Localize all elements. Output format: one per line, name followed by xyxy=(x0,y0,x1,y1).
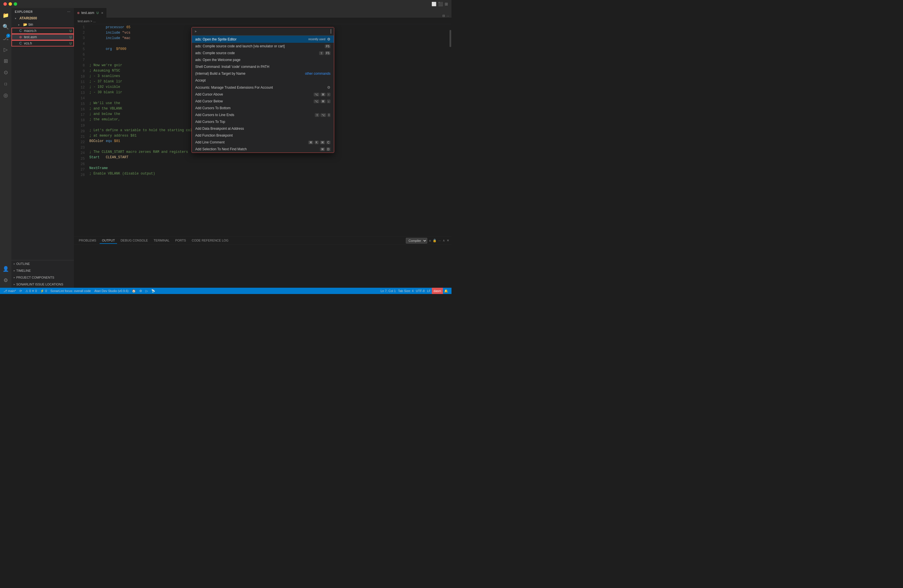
status-run[interactable]: ▷ xyxy=(145,288,149,294)
status-position[interactable]: Ln 7, Col 1 xyxy=(379,288,397,294)
code-line-26 xyxy=(89,160,447,166)
tab-terminal[interactable]: TERMINAL xyxy=(151,238,172,244)
cmd-label-compile-launch: ads: Compile source code and launch [via… xyxy=(195,44,323,48)
tab-problems[interactable]: PROBLEMS xyxy=(77,238,99,244)
status-device[interactable]: 📡 xyxy=(150,288,156,294)
compiler-dropdown[interactable]: Compiler xyxy=(406,238,427,243)
cmd-item-cursors-line-ends[interactable]: Add Cursors to Line Ends ⇧ ⌥ I xyxy=(192,111,334,118)
maximize-button[interactable] xyxy=(14,2,17,6)
activity-run[interactable]: ▷ xyxy=(1,44,11,55)
status-tab-size[interactable]: Tab Size: 4 xyxy=(397,288,415,294)
tab-label-testasm: test.asm xyxy=(81,11,94,15)
close-button[interactable] xyxy=(3,2,7,6)
cmd-item-build-target[interactable]: (Internal) Build a Target by Name other … xyxy=(192,70,334,77)
activity-globe[interactable]: ◎ xyxy=(1,90,11,100)
cmd-item-compile[interactable]: ads: Compile source code ⇧ F5 xyxy=(192,50,334,56)
tab-output[interactable]: OUTPUT xyxy=(100,238,117,244)
activity-settings[interactable]: ⚙ xyxy=(1,275,11,285)
cmd-item-cursor-below[interactable]: Add Cursor Below ⌥ ⌘ ↓ xyxy=(192,98,334,105)
cmd-label-open-sprite: ads: Open the Sprite Editor xyxy=(195,38,307,41)
cmd-shortcut-next-find: ⌘ D xyxy=(320,147,330,151)
panel-actions: Compiler ≡ 🔒 ··· ∧ ✕ xyxy=(406,238,449,243)
cmd-item-cursors-bottom[interactable]: Add Cursors To Bottom xyxy=(192,105,334,111)
layout2-icon[interactable]: ⬛ xyxy=(438,2,443,6)
tree-item-atari2600[interactable]: ▾ ATARI2600 xyxy=(11,15,74,21)
cmd-other-commands[interactable]: other commands xyxy=(305,72,330,75)
tab-asm-icon: ⊕ xyxy=(77,11,80,15)
file-label-vcsh: vcs.h xyxy=(24,41,69,45)
activity-remote[interactable]: ⊙ xyxy=(1,67,11,78)
cmd-item-next-find[interactable]: Add Selection To Next Find Match ⌘ D xyxy=(192,146,334,152)
layout3-icon[interactable]: ⊞ xyxy=(445,2,448,6)
collapse-icon: ▾ xyxy=(15,17,18,20)
cmd-item-accounts[interactable]: Accounts: Manage Trusted Extensions For … xyxy=(192,84,334,91)
cmd-item-open-sprite[interactable]: ads: Open the Sprite Editor recently use… xyxy=(192,36,334,43)
status-language-dasm[interactable]: dasm xyxy=(432,288,443,294)
cmd-item-cursors-top[interactable]: Add Cursors To Top xyxy=(192,118,334,125)
status-errors[interactable]: ⚠ 0 ✕ 0 xyxy=(24,288,38,294)
status-eol[interactable]: LF xyxy=(426,288,432,294)
panel-more-icon[interactable]: ··· xyxy=(438,239,441,242)
status-sync[interactable]: ⟳ xyxy=(18,288,23,294)
cmd-item-welcome[interactable]: ads: Open the Welcome page xyxy=(192,56,334,63)
cmd-item-accept[interactable]: Accept xyxy=(192,77,334,84)
layout-icon[interactable]: ⬜ xyxy=(431,2,436,6)
status-home[interactable]: 🏠 xyxy=(131,288,137,294)
panel-lock-icon[interactable]: 🔒 xyxy=(433,239,437,242)
activity-json[interactable]: {} xyxy=(1,79,11,89)
command-palette[interactable]: > ads: Open the Sprite Editor recently u… xyxy=(192,27,334,153)
sonarlint-header[interactable]: ▸ SONARLINT ISSUE LOCATIONS xyxy=(11,282,74,287)
tab-debug-console[interactable]: DEBUG CONSOLE xyxy=(118,238,150,244)
cmd-item-cursor-above[interactable]: Add Cursor Above ⌥ ⌘ ↑ xyxy=(192,91,334,98)
tree-file-testasm[interactable]: ⊕ test.asm U xyxy=(11,34,74,40)
c-file-icon-vcs: C xyxy=(18,41,23,45)
activity-source-control[interactable]: ⎇ 7 xyxy=(1,33,11,43)
timeline-header[interactable]: ▸ TIMELINE xyxy=(11,268,74,273)
editor-scrollbar[interactable] xyxy=(449,24,452,237)
activity-search[interactable]: 🔍 xyxy=(1,22,11,32)
minimize-button[interactable] xyxy=(9,2,12,6)
status-sonarlint[interactable]: SonarLint focus: overall code xyxy=(49,288,92,294)
tree-folder-bin[interactable]: ▸ 📂 bin xyxy=(11,21,74,28)
cmd-gear-icon-0[interactable]: ⚙ xyxy=(327,37,330,41)
status-build-config[interactable]: ⚙ xyxy=(138,288,143,294)
tree-file-vcsh[interactable]: C vcs.h U xyxy=(11,40,74,47)
tab-close-testasm[interactable]: ✕ xyxy=(101,11,103,14)
activity-extensions[interactable]: ⊞ xyxy=(1,56,11,66)
scrollbar-thumb[interactable] xyxy=(450,30,451,47)
status-encoding[interactable]: UTF-8 xyxy=(415,288,426,294)
panel-list-icon[interactable]: ≡ xyxy=(429,239,431,242)
cmd-item-function-breakpoint[interactable]: Add Function Breakpoint xyxy=(192,132,334,139)
sidebar-more-icon[interactable]: ··· xyxy=(68,10,71,13)
activity-files[interactable]: 📁 xyxy=(1,10,11,20)
cmd-item-shell[interactable]: Shell Command: Install 'code' command in… xyxy=(192,63,334,70)
tree-file-macroh[interactable]: C macro.h U xyxy=(11,28,74,34)
outline-header[interactable]: ▸ OUTLINE xyxy=(11,261,74,267)
editor-area: ⊕ test.asm U ✕ ⊟ ··· test.asm > ... 1234… xyxy=(74,8,452,288)
activity-accounts[interactable]: 👤 xyxy=(1,264,11,274)
cmd-label-cursor-below: Add Cursor Below xyxy=(195,99,312,103)
command-palette-input-row: > xyxy=(192,27,334,36)
sidebar-header-icons[interactable]: ··· xyxy=(68,10,71,13)
cmd-item-compile-launch[interactable]: ads: Compile source code and launch [via… xyxy=(192,43,334,50)
outline-arrow: ▸ xyxy=(14,262,15,265)
tab-code-reference[interactable]: CODE REFERENCE LOG xyxy=(189,238,231,244)
project-components-header[interactable]: ▸ PROJECT COMPONENTS xyxy=(11,275,74,280)
status-branch[interactable]: ⎇ main* xyxy=(2,288,17,294)
cmd-item-line-comment[interactable]: Add Line Comment ⌘ K ⌘ C xyxy=(192,139,334,146)
panel-expand-icon[interactable]: ∧ xyxy=(443,239,445,242)
status-atari[interactable]: Atari Dev Studio (v0.9.6) xyxy=(93,288,130,294)
outline-label: OUTLINE xyxy=(16,262,30,265)
timeline-arrow: ▸ xyxy=(14,269,15,272)
status-notifications[interactable]: 🔔 xyxy=(443,288,449,294)
command-palette-input[interactable] xyxy=(198,29,331,34)
cmd-gear-icon-7[interactable]: ⚙ xyxy=(327,85,330,89)
panel-close-icon[interactable]: ✕ xyxy=(447,239,449,242)
split-editor-icon[interactable]: ⊟ xyxy=(442,14,445,18)
tab-ports[interactable]: PORTS xyxy=(173,238,188,244)
dasm-label: dasm xyxy=(434,289,441,293)
status-info[interactable]: ⚡ 0 xyxy=(39,288,48,294)
cmd-item-data-breakpoint[interactable]: Add Data Breakpoint at Address xyxy=(192,125,334,132)
more-actions-icon[interactable]: ··· xyxy=(447,14,449,18)
tab-testasm[interactable]: ⊕ test.asm U ✕ xyxy=(74,8,107,18)
